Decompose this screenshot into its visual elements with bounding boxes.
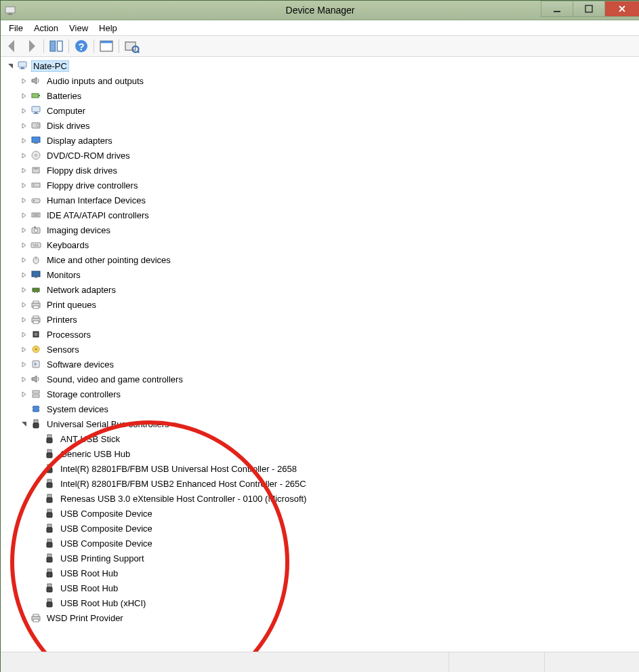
expander-icon[interactable] — [20, 420, 28, 428]
sensor-icon — [30, 343, 42, 355]
expander-icon[interactable] — [20, 330, 28, 338]
expander-icon[interactable] — [20, 121, 28, 130]
menu-view[interactable]: View — [64, 22, 94, 35]
maximize-button[interactable] — [573, 1, 605, 17]
expander-icon[interactable] — [20, 614, 28, 622]
tree-item-hid[interactable]: Human Interface Devices — [45, 195, 148, 206]
expander-icon[interactable] — [20, 315, 28, 323]
scan-hardware-button[interactable] — [123, 37, 140, 55]
title-bar[interactable]: Device Manager — [1, 1, 639, 20]
expander-icon[interactable] — [20, 345, 28, 353]
usb-icon — [43, 433, 56, 445]
tree-item-wsd[interactable]: WSD Print Provider — [45, 612, 125, 624]
expander-icon — [33, 599, 41, 607]
tree-item-usb[interactable]: Universal Serial Bus controllers — [45, 418, 171, 430]
expander-icon[interactable] — [20, 106, 28, 115]
expander-icon — [33, 435, 41, 443]
svg-rect-50 — [34, 292, 35, 293]
close-button[interactable] — [604, 1, 639, 17]
tree-item-storage[interactable]: Storage controllers — [45, 389, 123, 400]
tree-item-sensors[interactable]: Sensors — [45, 344, 81, 355]
usb-icon — [43, 492, 56, 505]
tree-item-usb-child-3[interactable]: Intel(R) 82801FB/FBM USB2 Enhanced Host … — [58, 478, 308, 490]
expander-icon — [33, 554, 41, 562]
menu-help[interactable]: Help — [94, 22, 123, 35]
forward-button[interactable] — [22, 37, 40, 55]
show-hide-console-button[interactable] — [47, 37, 65, 55]
status-cell — [545, 652, 639, 672]
tree-item-usb-child-11[interactable]: USB Root Hub (xHCI) — [58, 597, 148, 609]
svg-rect-75 — [47, 453, 52, 458]
expander-icon[interactable] — [20, 92, 28, 100]
svg-rect-65 — [33, 406, 39, 412]
svg-rect-77 — [47, 468, 52, 473]
expander-icon[interactable] — [20, 390, 28, 398]
expander-icon[interactable] — [20, 211, 28, 219]
help-button[interactable]: ? — [73, 37, 90, 55]
expander-icon[interactable] — [20, 360, 28, 368]
expander-icon[interactable] — [20, 77, 28, 85]
tree-item-usb-child-8[interactable]: USB Printing Support — [58, 553, 146, 564]
expander-icon[interactable] — [20, 226, 28, 234]
tree-item-usb-child-5[interactable]: USB Composite Device — [58, 508, 154, 519]
tree-item-usb-child-2[interactable]: Intel(R) 82801FB/FBM USB Universal Host … — [58, 463, 299, 475]
tree-item-system[interactable]: System devices — [45, 403, 110, 415]
monitor-icon — [30, 269, 42, 281]
tree-view[interactable]: Nate-PCAudio inputs and outputsBatteries… — [1, 57, 639, 652]
tree-item-processors[interactable]: Processors — [45, 329, 93, 340]
tree-item-audio[interactable]: Audio inputs and outputs — [45, 75, 146, 87]
tree-item-computer[interactable]: Computer — [45, 105, 87, 117]
expander-icon[interactable] — [6, 62, 14, 70]
tree-item-root[interactable]: Nate-PC — [31, 60, 69, 72]
expander-icon[interactable] — [20, 271, 28, 279]
tree-item-imaging[interactable]: Imaging devices — [45, 224, 112, 236]
tree-item-software[interactable]: Software devices — [45, 359, 116, 370]
usb-icon — [43, 522, 56, 534]
expander-icon[interactable] — [20, 285, 28, 294]
tree-item-monitors[interactable]: Monitors — [45, 269, 83, 281]
tree-item-usb-child-0[interactable]: ANT USB Stick — [58, 433, 122, 445]
tree-item-printq[interactable]: Print queues — [45, 299, 98, 311]
tree-item-disk[interactable]: Disk drives — [45, 120, 92, 132]
speaker-icon — [30, 373, 42, 385]
minimize-button[interactable] — [541, 1, 573, 17]
back-button[interactable] — [3, 37, 21, 55]
expander-icon[interactable] — [20, 151, 28, 159]
tree-item-display[interactable]: Display adapters — [45, 135, 115, 146]
tree-item-usb-child-7[interactable]: USB Composite Device — [58, 538, 154, 549]
tree-item-usb-child-9[interactable]: USB Root Hub — [58, 568, 120, 579]
expander-icon[interactable] — [20, 181, 28, 189]
expander-icon — [20, 405, 28, 413]
tree-item-batteries[interactable]: Batteries — [45, 90, 83, 102]
toolbar: ? — [1, 36, 639, 57]
printer-icon — [30, 313, 42, 325]
expander-icon[interactable] — [20, 136, 28, 144]
tree-item-dvd[interactable]: DVD/CD-ROM drives — [45, 150, 132, 161]
tree-item-floppy[interactable]: Floppy disk drives — [45, 165, 119, 176]
tree-item-usb-child-10[interactable]: USB Root Hub — [58, 582, 120, 594]
expander-icon — [33, 539, 41, 547]
tree-item-keyboards[interactable]: Keyboards — [45, 239, 91, 251]
menu-action[interactable]: Action — [28, 22, 64, 35]
svg-rect-21 — [33, 113, 39, 114]
expander-icon[interactable] — [20, 300, 28, 309]
usb-icon — [43, 462, 56, 475]
tree-item-mice[interactable]: Mice and other pointing devices — [45, 254, 173, 266]
tree-item-floppyctrl[interactable]: Floppy drive controllers — [45, 180, 140, 191]
expander-icon[interactable] — [20, 241, 28, 249]
tree-item-network[interactable]: Network adapters — [45, 284, 118, 296]
expander-icon[interactable] — [20, 196, 28, 204]
tree-item-sound[interactable]: Sound, video and game controllers — [45, 374, 185, 385]
svg-rect-98 — [33, 619, 39, 622]
expander-icon[interactable] — [20, 256, 28, 264]
tree-item-usb-child-6[interactable]: USB Composite Device — [58, 523, 154, 534]
usb-icon — [43, 597, 56, 609]
menu-file[interactable]: File — [3, 22, 28, 35]
expander-icon[interactable] — [20, 375, 28, 383]
tree-item-usb-child-4[interactable]: Renesas USB 3.0 eXtensible Host Controll… — [58, 493, 308, 505]
properties-button[interactable] — [98, 37, 115, 55]
tree-item-usb-child-1[interactable]: Generic USB Hub — [58, 448, 132, 460]
tree-item-ide[interactable]: IDE ATA/ATAPI controllers — [45, 210, 151, 221]
expander-icon[interactable] — [20, 166, 28, 174]
tree-item-printers[interactable]: Printers — [45, 314, 79, 325]
